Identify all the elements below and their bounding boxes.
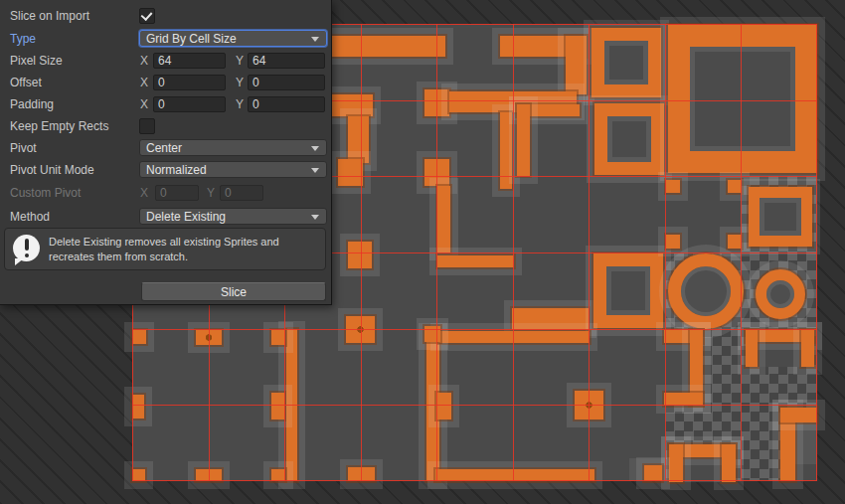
method-dropdown-value: Delete Existing (146, 210, 226, 224)
pixel-size-x-field[interactable]: 64 (153, 53, 226, 69)
offset-label: Offset (10, 76, 42, 89)
pivot-dropdown[interactable]: Center (139, 139, 327, 156)
custom-pivot-y-field: 0 (220, 185, 263, 201)
sprite-editor-stage: Slice on Import Type Grid By Cell Size P… (0, 0, 845, 504)
custom-pivot-label: Custom Pivot (10, 186, 81, 200)
chevron-down-icon (311, 215, 319, 220)
exclamation-bubble-icon (13, 235, 40, 261)
pivot-unit-mode-dropdown-value: Normalized (146, 163, 207, 177)
padding-x-field[interactable]: 0 (153, 96, 226, 112)
chevron-down-icon (311, 37, 319, 42)
offset-y-label: Y (236, 76, 244, 89)
type-dropdown[interactable]: Grid By Cell Size (139, 30, 327, 47)
slice-on-import-checkbox[interactable] (139, 8, 155, 24)
offset-y-field[interactable]: 0 (248, 75, 325, 90)
method-dropdown[interactable]: Delete Existing (139, 208, 327, 225)
offset-x-field[interactable]: 0 (153, 75, 226, 90)
method-warning-text: Delete Existing removes all existing Spr… (49, 235, 279, 264)
offset-x-label: X (140, 76, 148, 89)
custom-pivot-x-label: X (140, 186, 148, 200)
pixel-size-label: Pixel Size (10, 54, 63, 68)
pivot-dropdown-value: Center (146, 141, 182, 155)
grid-line-horizontal (132, 329, 817, 330)
custom-pivot-x-field: 0 (155, 185, 199, 201)
type-label: Type (10, 32, 36, 46)
padding-y-field[interactable]: 0 (248, 96, 325, 112)
padding-y-label: Y (236, 97, 244, 111)
type-dropdown-value: Grid By Cell Size (146, 32, 237, 46)
slice-panel: Slice on Import Type Grid By Cell Size P… (0, 0, 332, 305)
method-warning-box: Delete Existing removes all existing Spr… (4, 228, 326, 270)
slice-button[interactable]: Slice (141, 282, 326, 301)
chevron-down-icon (311, 146, 319, 151)
padding-label: Padding (10, 97, 54, 111)
keep-empty-rects-checkbox[interactable] (139, 118, 155, 134)
grid-line-horizontal (132, 405, 817, 406)
pivot-label: Pivot (10, 141, 37, 155)
pixel-size-y-field[interactable]: 64 (248, 53, 325, 69)
pixel-size-y-label: Y (236, 54, 244, 68)
method-label: Method (10, 210, 50, 224)
checkmark-icon (141, 8, 153, 20)
pixel-size-x-label: X (140, 54, 148, 68)
pivot-unit-mode-dropdown[interactable]: Normalized (139, 161, 327, 178)
pivot-unit-mode-label: Pivot Unit Mode (10, 163, 94, 177)
custom-pivot-y-label: Y (207, 186, 215, 200)
chevron-down-icon (311, 168, 319, 173)
padding-x-label: X (140, 97, 148, 111)
slice-on-import-label: Slice on Import (10, 9, 89, 23)
keep-empty-rects-label: Keep Empty Rects (10, 119, 108, 133)
